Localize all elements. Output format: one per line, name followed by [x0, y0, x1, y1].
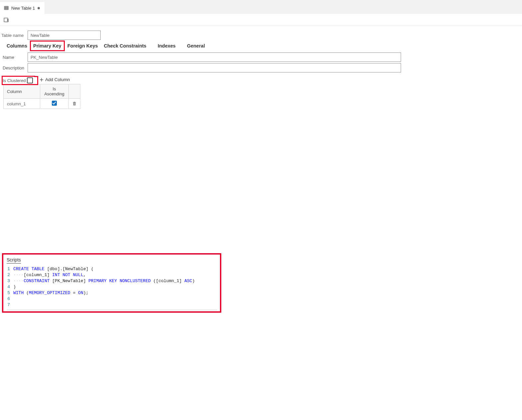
pk-description-label: Description	[3, 65, 28, 70]
tab-foreign-keys[interactable]: Foreign Keys	[65, 41, 101, 51]
code-line: 2····[column_1] INT NOT NULL,	[7, 272, 217, 278]
tab-check-constraints[interactable]: Check Constraints	[101, 41, 149, 51]
tab-primary-key[interactable]: Primary Key	[31, 41, 64, 51]
col-header-ascending: Is Ascending	[40, 84, 69, 99]
is-clustered-highlight: Is Clustered	[3, 77, 37, 84]
col-header-column: Column	[4, 84, 40, 99]
primary-key-fields: Name Description Is Clustered Add Column	[1, 52, 519, 109]
mini-toolbar	[0, 14, 522, 26]
code-line-body: WITH (MEMORY_OPTIMIZED = ON);	[13, 290, 88, 296]
table-name-input[interactable]	[28, 31, 101, 40]
pk-description-row: Description	[3, 63, 519, 72]
pk-name-label: Name	[3, 55, 28, 60]
is-clustered-checkbox[interactable]	[27, 77, 33, 83]
line-number: 4	[7, 284, 13, 290]
document-tab-title: New Table 1	[11, 6, 35, 11]
code-line: 1CREATE TABLE [dbo].[NewTable] (	[7, 266, 217, 272]
plus-icon	[39, 77, 44, 82]
col-header-actions	[69, 84, 80, 99]
table-name-row: Table name	[1, 31, 519, 40]
scripts-divider	[7, 309, 217, 311]
code-line-body: ····[column_1] INT NOT NULL,	[13, 272, 86, 278]
is-clustered-label: Is Clustered	[3, 78, 26, 83]
dirty-indicator-icon	[38, 7, 40, 9]
line-number: 3	[7, 278, 13, 284]
code-line-body: CREATE TABLE [dbo].[NewTable] (	[13, 266, 94, 272]
pk-col-delete-cell[interactable]	[69, 99, 80, 109]
tab-general[interactable]: General	[184, 41, 208, 51]
scripts-code[interactable]: 1CREATE TABLE [dbo].[NewTable] (2····[co…	[7, 266, 217, 308]
code-line: 5WITH (MEMORY_OPTIMIZED = ON);	[7, 290, 217, 296]
document-tab[interactable]: New Table 1	[0, 2, 45, 14]
table-header-row: Column Is Ascending	[4, 84, 80, 99]
pk-description-input[interactable]	[28, 63, 401, 72]
code-line: 3····CONSTRAINT [PK_NewTable] PRIMARY KE…	[7, 278, 217, 284]
publish-icon[interactable]	[3, 17, 9, 23]
empty-space	[1, 109, 519, 252]
line-number: 6	[7, 296, 13, 302]
trash-icon	[72, 101, 77, 106]
svg-rect-0	[4, 6, 8, 10]
code-line: 4)	[7, 284, 217, 290]
add-column-label: Add Column	[45, 77, 70, 82]
pk-col-asc-cell[interactable]	[40, 99, 69, 109]
tab-indexes[interactable]: Indexes	[155, 41, 178, 51]
pk-col-name-cell[interactable]: column_1	[4, 99, 40, 109]
code-line: 7	[7, 302, 217, 308]
line-number: 5	[7, 290, 13, 296]
pk-name-row: Name	[3, 52, 519, 62]
scripts-panel: Scripts 1CREATE TABLE [dbo].[NewTable] (…	[2, 253, 221, 313]
line-number: 2	[7, 272, 13, 278]
pk-name-input[interactable]	[28, 52, 401, 62]
tab-columns[interactable]: Columns	[4, 41, 30, 51]
sub-tabs: Columns Primary Key Foreign Keys Check C…	[1, 41, 519, 51]
code-line: 6	[7, 296, 217, 302]
scripts-title: Scripts	[7, 257, 21, 263]
code-line-body: ····CONSTRAINT [PK_NewTable] PRIMARY KEY…	[13, 278, 195, 284]
table-row: column_1	[4, 99, 80, 109]
add-column-button[interactable]: Add Column	[39, 77, 70, 82]
table-grid-icon	[4, 6, 9, 10]
line-number: 1	[7, 266, 13, 272]
table-name-label: Table name	[1, 33, 28, 38]
is-clustered-wrap: Is Clustered	[3, 77, 34, 84]
line-number: 7	[7, 302, 13, 308]
code-line-body: )	[13, 284, 16, 290]
pk-columns-table: Column Is Ascending column_1	[3, 84, 80, 109]
checked-icon	[52, 101, 57, 106]
form-area: Table name Columns Primary Key Foreign K…	[0, 26, 522, 252]
document-tab-row: New Table 1	[0, 2, 522, 14]
